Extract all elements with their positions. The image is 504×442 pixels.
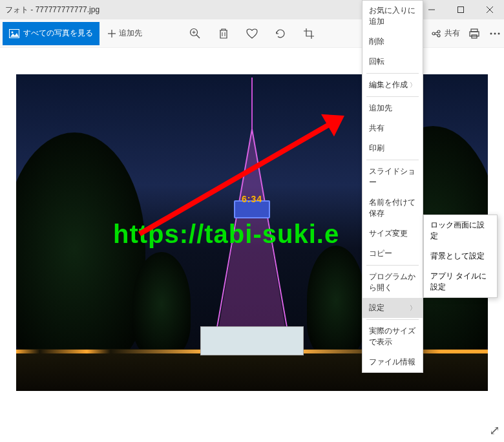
menu-item[interactable]: サイズ変更 — [362, 224, 423, 244]
submenu-item-label: ロック画面に設定 — [430, 220, 490, 242]
svg-point-18 — [494, 32, 496, 34]
crop-icon[interactable] — [302, 27, 315, 40]
titlebar: フォト - 777777777777.jpg — [0, 0, 504, 19]
heart-icon[interactable] — [246, 27, 258, 40]
submenu-item[interactable]: 背景として設定 — [424, 246, 497, 266]
menu-item[interactable]: ファイル情報 — [362, 352, 423, 372]
toolbar: すべての写真を見る 追加先 共有 — [0, 19, 504, 48]
menu-item-label: サイズ変更 — [369, 228, 408, 239]
view-all-label: すべての写真を見る — [23, 28, 93, 39]
menu-item-label: 削除 — [369, 36, 384, 47]
menu-item-label: 共有 — [369, 123, 384, 134]
resize-handle-icon[interactable]: ⤡ — [487, 425, 503, 436]
menu-item[interactable]: プログラムから開く — [362, 267, 423, 298]
delete-icon[interactable] — [217, 27, 230, 40]
menu-item-label: コピー — [369, 248, 392, 259]
svg-rect-15 — [470, 32, 479, 36]
menu-item[interactable]: 回転 — [362, 52, 423, 72]
chevron-right-icon: 〉 — [410, 81, 416, 90]
maximize-button[interactable] — [446, 0, 475, 19]
menu-item[interactable]: 追加先 — [362, 98, 423, 118]
svg-point-5 — [12, 31, 14, 33]
print-icon[interactable] — [468, 27, 481, 40]
menu-item[interactable]: 編集と作成〉 — [362, 75, 423, 95]
svg-point-19 — [498, 32, 500, 34]
rotate-icon[interactable] — [274, 27, 287, 40]
menu-item[interactable]: スライドショー — [362, 162, 423, 193]
menu-item-label: お気に入りに追加 — [369, 5, 416, 27]
menu-item-label: 名前を付けて保存 — [369, 197, 416, 219]
tree-mid-r — [307, 246, 365, 355]
menu-item-label: 印刷 — [369, 143, 384, 154]
menu-item-label: 回転 — [369, 56, 384, 67]
menu-separator — [366, 319, 419, 320]
add-to-button[interactable]: 追加先 — [100, 22, 150, 45]
add-to-label: 追加先 — [119, 28, 142, 39]
menu-item-label: スライドショー — [369, 166, 416, 188]
menu-item-label: 実際のサイズで表示 — [369, 326, 416, 348]
view-all-photos-button[interactable]: すべての写真を見る — [3, 22, 100, 45]
more-icon[interactable] — [488, 27, 501, 40]
menu-item[interactable]: コピー — [362, 244, 423, 264]
menu-item[interactable]: 印刷 — [362, 138, 423, 158]
tree-mid-l — [132, 252, 191, 355]
menu-separator — [366, 73, 419, 74]
context-menu: お気に入りに追加削除回転編集と作成〉追加先共有印刷スライドショー名前を付けて保存… — [362, 0, 423, 373]
chevron-right-icon: 〉 — [410, 304, 416, 313]
menu-item[interactable]: 共有 — [362, 118, 423, 138]
submenu-item[interactable]: アプリ タイルに設定 — [424, 266, 497, 297]
menu-item[interactable]: 設定〉 — [362, 298, 423, 318]
menu-item[interactable]: 名前を付けて保存 — [362, 193, 423, 224]
kiosk — [200, 326, 304, 355]
toolbar-center — [189, 27, 315, 40]
svg-point-17 — [490, 32, 492, 34]
plus-icon — [107, 29, 116, 38]
menu-separator — [366, 160, 419, 160]
watermark-text: https://tabi-suki.e — [113, 220, 339, 249]
submenu-item-label: アプリ タイルに設定 — [430, 271, 490, 293]
menu-item[interactable]: お気に入りに追加 — [362, 1, 423, 32]
svg-line-9 — [196, 35, 200, 38]
settings-submenu: ロック画面に設定背景として設定アプリ タイルに設定 — [423, 215, 498, 298]
menu-item-label: 設定 — [369, 302, 384, 313]
svg-rect-1 — [457, 7, 463, 13]
window-controls — [417, 0, 504, 19]
menu-item-label: プログラムから開く — [369, 271, 416, 293]
menu-item-label: 追加先 — [369, 103, 392, 114]
submenu-item-label: 背景として設定 — [430, 251, 485, 262]
menu-item-label: ファイル情報 — [369, 357, 415, 368]
toolbar-right: 共有 — [432, 27, 501, 40]
share-label: 共有 — [445, 28, 460, 39]
menu-item-label: 編集と作成 — [369, 79, 408, 90]
tree-left — [16, 132, 145, 365]
menu-separator — [366, 265, 419, 266]
zoom-icon[interactable] — [189, 27, 202, 40]
tower-clock: 6:34 — [242, 194, 262, 204]
tower: 6:34 — [251, 78, 253, 336]
submenu-item[interactable]: ロック画面に設定 — [424, 215, 497, 246]
menu-separator — [366, 96, 419, 97]
share-button[interactable]: 共有 — [432, 28, 460, 39]
menu-item[interactable]: 削除 — [362, 32, 423, 52]
image-icon — [9, 29, 19, 38]
share-icon — [432, 28, 442, 39]
close-button[interactable] — [475, 0, 504, 19]
menu-item[interactable]: 実際のサイズで表示 — [362, 321, 423, 352]
